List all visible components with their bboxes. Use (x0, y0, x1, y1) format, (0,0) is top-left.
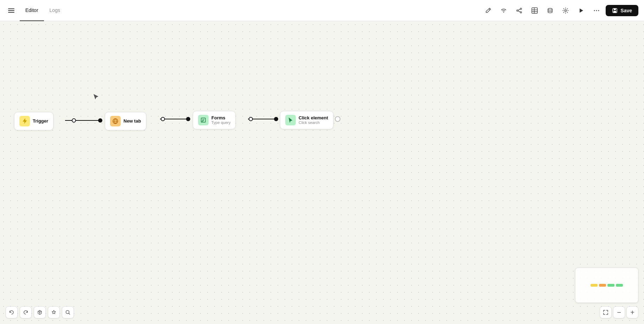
svg-point-4 (520, 8, 522, 10)
new-tab-node-text: New tab (123, 118, 141, 124)
header-left: Editor Logs (6, 0, 66, 21)
svg-point-30 (335, 117, 340, 122)
fullscreen-button[interactable] (600, 306, 612, 318)
mini-map-node-1 (591, 284, 598, 287)
svg-line-8 (518, 11, 520, 12)
header: Editor Logs (0, 0, 644, 21)
svg-point-15 (594, 10, 595, 11)
mini-map (575, 268, 638, 303)
mouse-cursor (93, 94, 99, 101)
cube-button[interactable] (34, 306, 46, 318)
sidebar-toggle-button[interactable] (6, 5, 17, 16)
trigger-icon (19, 116, 30, 126)
star-button[interactable] (48, 306, 60, 318)
mini-map-content (575, 268, 638, 303)
new-tab-icon (110, 116, 121, 126)
svg-point-6 (520, 12, 522, 13)
database-icon-button[interactable] (544, 4, 556, 17)
svg-point-16 (596, 10, 597, 11)
svg-point-22 (72, 119, 76, 122)
svg-point-3 (503, 11, 504, 12)
forms-icon (198, 115, 209, 125)
new-tab-node[interactable]: New tab (105, 112, 146, 130)
svg-point-14 (565, 10, 567, 11)
header-right: Save (482, 4, 638, 17)
zoom-out-button[interactable]: − (613, 306, 625, 318)
svg-rect-1 (8, 10, 14, 11)
svg-rect-2 (8, 12, 14, 13)
svg-point-25 (161, 117, 165, 121)
zoom-controls: − + (600, 306, 638, 318)
click-element-icon (285, 115, 296, 125)
save-button[interactable]: Save (606, 5, 638, 16)
trigger-node-text: Trigger (33, 118, 48, 124)
svg-line-7 (518, 9, 520, 10)
redo-button[interactable] (20, 306, 32, 318)
nav-tabs: Editor Logs (20, 0, 66, 21)
edit-icon-button[interactable] (482, 4, 495, 17)
share-icon-button[interactable] (513, 4, 525, 17)
click-element-node[interactable]: Click element Click search (280, 111, 333, 129)
more-options-button[interactable] (590, 4, 603, 17)
bottom-toolbar (6, 306, 74, 318)
table-icon-button[interactable] (528, 4, 541, 17)
svg-rect-9 (532, 8, 537, 13)
trigger-node[interactable]: Trigger (14, 112, 53, 130)
forms-node[interactable]: Forms Type query (193, 111, 236, 129)
svg-point-28 (249, 117, 253, 121)
run-button[interactable] (575, 4, 587, 17)
svg-point-23 (98, 118, 102, 123)
undo-button[interactable] (6, 306, 18, 318)
mini-map-node-4 (616, 284, 623, 287)
svg-point-5 (517, 10, 518, 11)
tab-editor[interactable]: Editor (20, 0, 44, 21)
svg-rect-19 (614, 8, 616, 10)
svg-point-29 (274, 117, 278, 121)
click-element-node-text: Click element Click search (299, 115, 328, 125)
settings-icon-button[interactable] (559, 4, 572, 17)
svg-rect-20 (613, 11, 616, 13)
mini-map-node-3 (607, 284, 614, 287)
forms-node-text: Forms Type query (211, 115, 230, 125)
zoom-in-button[interactable]: + (626, 306, 638, 318)
connections-svg (0, 21, 644, 324)
svg-point-17 (598, 10, 599, 11)
search-button[interactable] (62, 306, 74, 318)
tab-logs[interactable]: Logs (44, 0, 66, 21)
svg-rect-0 (8, 8, 14, 9)
svg-line-37 (69, 313, 70, 314)
svg-point-26 (186, 117, 190, 121)
signal-icon-button[interactable] (497, 4, 510, 17)
mini-map-node-2 (599, 284, 606, 287)
workflow-canvas[interactable]: Trigger New tab Forms Type quer (0, 21, 644, 324)
svg-point-13 (548, 8, 552, 10)
